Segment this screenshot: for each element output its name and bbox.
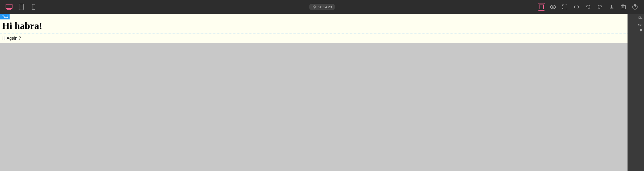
h1-block[interactable]: Text Hi habra! (0, 14, 628, 34)
redo-button[interactable] (596, 3, 604, 11)
toolbar-actions (538, 3, 639, 11)
download-button[interactable] (608, 3, 615, 11)
svg-point-13 (635, 8, 635, 9)
p-text: Hi Again!? (2, 36, 21, 40)
svg-rect-2 (7, 9, 11, 10)
version-info: v0.14.23 (309, 4, 335, 10)
square-select-button[interactable] (538, 3, 545, 11)
version-badge: v0.14.23 (309, 4, 335, 10)
version-text: v0.14.23 (319, 5, 332, 9)
toolbar: v0.14.23 (0, 0, 644, 14)
svg-rect-1 (8, 9, 10, 9)
desktop-icon[interactable] (5, 3, 13, 11)
class-label: Cla (628, 16, 644, 19)
svg-rect-11 (621, 5, 625, 9)
h1-text: Hi habra! (2, 20, 626, 31)
device-switcher (5, 3, 37, 11)
svg-point-9 (550, 5, 556, 9)
delete-button[interactable] (620, 3, 627, 11)
canvas-area: Text Hi habra! Hi Again!? (0, 14, 628, 171)
preview-button[interactable] (549, 3, 557, 11)
right-panel: Cla Sel ▶ (628, 14, 644, 171)
svg-point-6 (33, 9, 34, 9)
mobile-icon[interactable] (30, 3, 37, 11)
component-label: Text (0, 14, 10, 19)
preview-container: Text Hi habra! Hi Again!? (0, 14, 628, 171)
svg-rect-0 (6, 4, 12, 9)
help-button[interactable] (631, 3, 639, 11)
svg-point-10 (552, 6, 554, 8)
fullscreen-button[interactable] (561, 3, 568, 11)
svg-point-7 (314, 6, 315, 8)
main-area: Text Hi habra! Hi Again!? Cla Sel ▶ (0, 14, 644, 171)
arrow-right-icon[interactable]: ▶ (628, 28, 644, 32)
p-block[interactable]: Hi Again!? (0, 34, 628, 43)
svg-point-4 (21, 9, 22, 9)
code-button[interactable] (573, 3, 580, 11)
tablet-icon[interactable] (18, 3, 25, 11)
svg-rect-8 (539, 5, 543, 9)
select-label: Sel (628, 23, 644, 27)
undo-button[interactable] (584, 3, 592, 11)
